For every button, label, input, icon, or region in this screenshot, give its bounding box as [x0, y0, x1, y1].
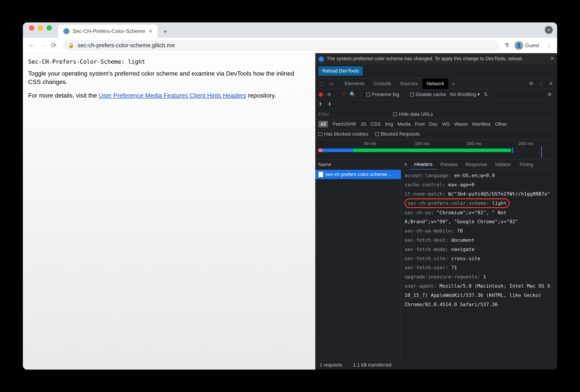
back-button[interactable]: ← — [27, 41, 36, 50]
window-controls — [23, 25, 58, 35]
forward-button[interactable]: → — [38, 41, 47, 50]
tab-headers[interactable]: Headers — [410, 160, 436, 169]
tab-initiator[interactable]: Initiator — [491, 160, 515, 169]
network-toolbar-row2: ⬆ ⬇ — [315, 100, 557, 110]
network-toolbar: ⊘ ▽ 🔍 Preserve log Disable cache No thro… — [315, 89, 557, 100]
detail-tabs: ✕ Headers Preview Response Initiator Tim… — [401, 160, 557, 170]
filter-type[interactable]: WS — [442, 121, 450, 127]
filter-type[interactable]: JS — [361, 121, 366, 127]
filter-icon[interactable]: ▽ — [342, 92, 346, 97]
throttling-select[interactable]: No throttling ▾ — [450, 92, 480, 97]
network-timeline[interactable]: 50 ms 100 ms 150 ms 200 ms — [315, 140, 557, 160]
filter-input[interactable] — [318, 111, 389, 117]
wifi-icon[interactable]: ⇅ — [484, 92, 488, 97]
close-icon[interactable]: ✕ — [148, 28, 152, 34]
close-window-button[interactable] — [29, 25, 34, 30]
device-icon[interactable]: ▭ — [327, 81, 336, 87]
new-tab-button[interactable]: + — [160, 26, 171, 37]
status-transferred: 1.1 kB transferred — [353, 362, 392, 368]
tab-console[interactable]: Console — [370, 79, 395, 89]
clear-icon[interactable]: ⊘ — [327, 92, 331, 97]
gear-icon[interactable]: ⚙ — [545, 92, 554, 97]
profile-label: Guest — [525, 42, 539, 49]
menu-icon[interactable]: ⋮ — [544, 42, 553, 49]
page-para-2: For more details, visit the User Prefere… — [28, 92, 301, 100]
separator — [493, 92, 493, 98]
more-tabs-icon[interactable]: » — [449, 81, 458, 87]
blocked-requests-checkbox[interactable]: Blocked Requests — [375, 131, 420, 137]
minimize-window-button[interactable] — [38, 25, 43, 30]
tab-response[interactable]: Response — [461, 160, 491, 169]
preserve-log-checkbox[interactable]: Preserve log — [366, 92, 399, 97]
filter-type[interactable]: Img — [385, 121, 393, 127]
gear-icon[interactable]: ⚙ — [527, 81, 536, 87]
header-row: sec-ch-ua: "Chromium";v="92", " Not A;Br… — [405, 208, 554, 226]
para2-pre: For more details, visit the — [28, 92, 99, 99]
tick-label: 50 ms — [364, 141, 376, 146]
timeline-bar-end — [512, 148, 513, 153]
header-mono: Sec-CH-Prefers-Color-Scheme: light — [28, 58, 310, 69]
repo-link[interactable]: User Preference Media Features Client Hi… — [99, 92, 246, 99]
filter-type[interactable]: CSS — [371, 121, 381, 127]
inspect-icon[interactable]: ⬚ — [317, 81, 326, 87]
address-bar[interactable]: 🔒 sec-ch-prefers-color-scheme.glitch.me — [63, 40, 500, 51]
tab-list-button[interactable]: ▾ — [545, 26, 553, 34]
timeline-bar — [318, 149, 511, 152]
tick-label: 200 ms — [519, 141, 533, 146]
load-marker — [541, 146, 542, 158]
reload-devtools-button[interactable]: Reload DevTools — [318, 66, 363, 76]
filter-type[interactable]: Media — [398, 121, 411, 127]
request-detail: ✕ Headers Preview Response Initiator Tim… — [401, 160, 557, 360]
column-header-name[interactable]: Name — [315, 160, 401, 170]
devtools-tabbar: ⬚ ▭ Elements Console Sources Network » ⚙… — [315, 78, 557, 89]
kebab-icon[interactable]: ⋮ — [537, 81, 546, 87]
filter-type-all[interactable]: All — [318, 121, 328, 127]
filter-type[interactable]: Doc — [429, 121, 438, 127]
tab-sources[interactable]: Sources — [396, 79, 422, 89]
tab-preview[interactable]: Preview — [436, 160, 461, 169]
close-icon[interactable]: ✕ — [547, 81, 555, 87]
info-icon: i — [318, 56, 324, 62]
separator — [361, 92, 361, 98]
upload-icon[interactable]: ⬆ — [318, 101, 322, 107]
request-row[interactable]: sec-ch-prefers-color-scheme… — [315, 170, 401, 179]
tab-timing[interactable]: Timing — [515, 160, 537, 169]
filter-type[interactable]: Wasm — [454, 121, 468, 127]
maximize-window-button[interactable] — [47, 25, 52, 30]
tab-elements[interactable]: Elements — [341, 79, 369, 89]
tab-title: Sec-CH-Prefers-Color-Scheme — [73, 28, 145, 34]
headers-list[interactable]: accept-language: en-US,en;q=0.9cache-con… — [401, 170, 557, 360]
download-icon[interactable]: ⬇ — [328, 101, 332, 107]
type-filter-bar: All Fetch/XHR JS CSS Img Media Font Doc … — [315, 119, 557, 129]
filter-type[interactable]: Manifest — [472, 121, 490, 127]
close-icon[interactable]: ✕ — [401, 162, 410, 167]
header-row: sec-fetch-user: ?1 — [405, 263, 554, 272]
filter-type[interactable]: Font — [415, 121, 425, 127]
devtools-banner: i The system-preferred color scheme has … — [315, 53, 557, 65]
blocked-cookies-checkbox[interactable]: Has blocked cookies — [318, 131, 369, 137]
disable-cache-checkbox[interactable]: Disable cache — [410, 92, 446, 97]
record-button[interactable] — [318, 92, 323, 97]
browser-tabs: 🌐 Sec-CH-Prefers-Color-Scheme ✕ + ▾ — [58, 25, 557, 38]
file-icon — [318, 172, 323, 177]
close-icon[interactable]: ✕ — [550, 55, 555, 62]
network-panel: Name sec-ch-prefers-color-scheme… ✕ Head… — [315, 160, 557, 360]
tick-label: 100 ms — [415, 141, 430, 146]
experiments-icon[interactable]: ⚗ — [504, 42, 509, 49]
separator — [405, 92, 405, 98]
filter-bar: Hide data URLs — [315, 110, 557, 119]
lock-icon: 🔒 — [68, 43, 74, 48]
reload-button[interactable]: ⟳ — [49, 41, 58, 50]
profile-button[interactable]: 👤 Guest — [512, 40, 541, 51]
filter-type[interactable]: Other — [495, 121, 507, 127]
browser-tab[interactable]: 🌐 Sec-CH-Prefers-Color-Scheme ✕ — [58, 25, 158, 38]
browser-window: 🌐 Sec-CH-Prefers-Color-Scheme ✕ + ▾ ← → … — [23, 22, 557, 370]
header-row: sec-ch-ua-mobile: ?0 — [405, 226, 554, 236]
url-text: sec-ch-prefers-color-scheme.glitch.me — [78, 42, 175, 49]
hide-data-urls-checkbox[interactable]: Hide data URLs — [393, 111, 433, 117]
search-icon[interactable]: 🔍 — [350, 92, 356, 97]
toolbar-right: ⚗ 👤 Guest ⋮ — [504, 40, 553, 51]
filter-type[interactable]: Fetch/XHR — [332, 121, 356, 127]
tab-network[interactable]: Network — [423, 79, 448, 89]
request-name: sec-ch-prefers-color-scheme… — [325, 172, 392, 177]
